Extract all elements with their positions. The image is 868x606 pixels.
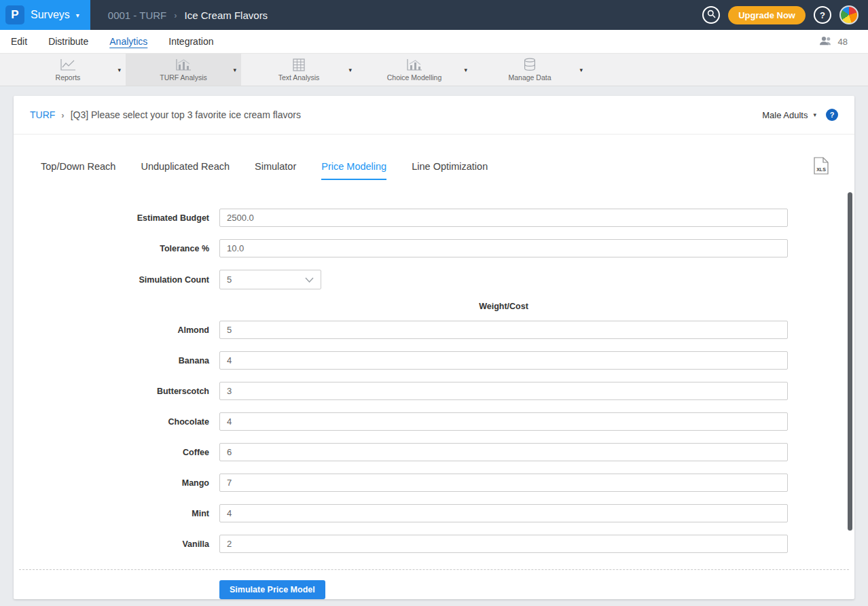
flavor-row: Butterscotch xyxy=(14,382,854,400)
flavor-row: Mango xyxy=(14,474,854,492)
toolbar-item-manage-data[interactable]: Manage Data ▾ xyxy=(472,54,587,86)
flavor-label: Banana xyxy=(14,356,219,366)
flavor-weight-input-almond[interactable] xyxy=(219,321,788,339)
toolbar-item-choice-modelling[interactable]: Choice Modelling ▾ xyxy=(357,54,472,86)
flavor-row: Banana xyxy=(14,351,854,370)
surveys-product-switcher[interactable]: P Surveys ▾ xyxy=(0,0,90,30)
form-row: Tolerance % xyxy=(14,239,854,257)
breadcrumb-page: Ice Cream Flavors xyxy=(185,10,268,21)
export-xls-button[interactable]: XLS xyxy=(814,157,829,180)
weight-cost-header: Weight/Cost xyxy=(219,302,788,311)
breadcrumb-turf-link[interactable]: TURF xyxy=(30,109,55,120)
analytics-toolbar: Reports ▾ TURF Analysis ▾ Text Analysis … xyxy=(0,54,868,86)
flavor-row: Coffee xyxy=(14,443,854,461)
flavor-row: Mint xyxy=(14,504,854,522)
flavor-label: Butterscotch xyxy=(14,387,219,396)
avatar[interactable] xyxy=(839,5,858,24)
tab-line-optimization[interactable]: Line Optimization xyxy=(412,161,488,180)
line-chart-icon xyxy=(60,58,76,71)
bar-chart-icon xyxy=(406,58,422,71)
chevron-down-icon[interactable]: ▾ xyxy=(233,67,236,73)
search-icon xyxy=(707,10,716,20)
svg-text:XLS: XLS xyxy=(816,167,826,172)
logo-letter: P xyxy=(11,8,18,22)
flavor-label: Coffee xyxy=(14,448,219,457)
toolbar-item-label: Reports xyxy=(56,73,81,82)
chevron-down-icon: ▾ xyxy=(76,12,79,19)
form-row: Simulation Count 5 xyxy=(14,270,854,289)
flavor-weight-input-banana[interactable] xyxy=(219,351,788,370)
help-icon: ? xyxy=(830,111,835,119)
flavor-label: Mint xyxy=(14,509,219,518)
toolbar-item-text-analysis[interactable]: Text Analysis ▾ xyxy=(241,54,357,86)
toolbar-item-reports[interactable]: Reports ▾ xyxy=(10,54,126,86)
nav-item-analytics[interactable]: Analytics xyxy=(109,36,147,47)
flavor-weight-input-coffee[interactable] xyxy=(219,443,788,461)
tab-simulator[interactable]: Simulator xyxy=(255,161,296,180)
breadcrumb: 0001 - TURF › Ice Cream Flavors xyxy=(108,10,268,21)
turf-card: TURF › [Q3] Please select your top 3 fav… xyxy=(14,96,854,599)
segment-selector[interactable]: Male Adults ▾ xyxy=(762,110,816,120)
flavor-label: Mango xyxy=(14,478,219,488)
topbar: P Surveys ▾ 0001 - TURF › Ice Cream Flav… xyxy=(0,0,868,30)
search-button[interactable] xyxy=(702,6,720,24)
segment-label: Male Adults xyxy=(762,110,808,120)
chevron-down-icon[interactable]: ▾ xyxy=(348,67,352,73)
estimated-budget-label: Estimated Budget xyxy=(14,213,219,223)
flavor-weight-input-mint[interactable] xyxy=(219,504,788,522)
nav-item-edit[interactable]: Edit xyxy=(11,36,27,47)
nav-item-integration[interactable]: Integration xyxy=(168,36,213,47)
flavor-row: Chocolate xyxy=(14,412,854,431)
chevron-down-icon[interactable]: ▾ xyxy=(579,67,583,73)
tolerance-input[interactable] xyxy=(219,239,788,257)
respondent-counter[interactable]: 48 xyxy=(819,36,857,48)
content-area: TURF › [Q3] Please select your top 3 fav… xyxy=(0,86,868,606)
nav-item-distribute[interactable]: Distribute xyxy=(48,36,88,47)
flavor-label: Vanilla xyxy=(14,539,219,549)
scrollbar-thumb[interactable] xyxy=(848,192,852,531)
question-title: [Q3] Please select your top 3 favorite i… xyxy=(71,109,301,120)
price-modeling-form: Estimated Budget Tolerance % Simulation … xyxy=(14,180,854,599)
flavor-weight-input-vanilla[interactable] xyxy=(219,535,788,553)
survey-nav: Edit Distribute Analytics Integration 48 xyxy=(0,30,868,54)
breadcrumb-separator-icon: › xyxy=(61,110,64,120)
chevron-down-icon[interactable]: ▾ xyxy=(464,67,467,73)
help-icon: ? xyxy=(820,10,825,20)
toolbar-item-label: Choice Modelling xyxy=(387,73,442,82)
estimated-budget-input[interactable] xyxy=(219,209,788,227)
respondent-count: 48 xyxy=(838,37,848,47)
toolbar-item-label: Manage Data xyxy=(508,73,551,82)
divider xyxy=(19,569,849,570)
questionpro-logo: P xyxy=(5,5,24,24)
help-button[interactable]: ? xyxy=(826,109,838,121)
help-button[interactable]: ? xyxy=(814,6,831,24)
flavor-row: Almond xyxy=(14,321,854,339)
chevron-down-icon xyxy=(305,274,314,285)
form-row: Estimated Budget xyxy=(14,209,854,227)
breadcrumb-separator-icon: › xyxy=(174,10,177,20)
flavor-weight-input-butterscotch[interactable] xyxy=(219,382,788,400)
flavor-weight-input-mango[interactable] xyxy=(219,474,788,492)
breadcrumb-project[interactable]: 0001 - TURF xyxy=(108,10,166,21)
table-icon xyxy=(293,58,305,71)
flavor-weight-input-chocolate[interactable] xyxy=(219,412,788,431)
simulation-count-select[interactable]: 5 xyxy=(219,270,321,289)
toolbar-item-label: Text Analysis xyxy=(278,73,320,82)
tab-top-down-reach[interactable]: Top/Down Reach xyxy=(41,161,115,180)
database-icon xyxy=(523,58,537,71)
card-header-actions: Male Adults ▾ ? xyxy=(762,109,838,121)
topbar-actions: Upgrade Now ? xyxy=(702,5,868,24)
simulation-count-label: Simulation Count xyxy=(14,275,219,285)
simulate-price-model-button[interactable]: Simulate Price Model xyxy=(219,580,325,599)
upgrade-now-button[interactable]: Upgrade Now xyxy=(728,6,806,24)
toolbar-item-label: TURF Analysis xyxy=(160,73,206,82)
chevron-down-icon[interactable]: ▾ xyxy=(117,67,121,73)
toolbar-item-turf-analysis[interactable]: TURF Analysis ▾ xyxy=(126,54,241,86)
chevron-down-icon: ▾ xyxy=(813,111,816,118)
flavor-row: Vanilla xyxy=(14,535,854,553)
flavor-label: Chocolate xyxy=(14,417,219,427)
tab-price-modeling[interactable]: Price Modeling xyxy=(321,161,386,180)
tolerance-label: Tolerance % xyxy=(14,244,219,253)
tab-unduplicated-reach[interactable]: Unduplicated Reach xyxy=(141,161,230,180)
xls-file-icon: XLS xyxy=(814,165,829,177)
